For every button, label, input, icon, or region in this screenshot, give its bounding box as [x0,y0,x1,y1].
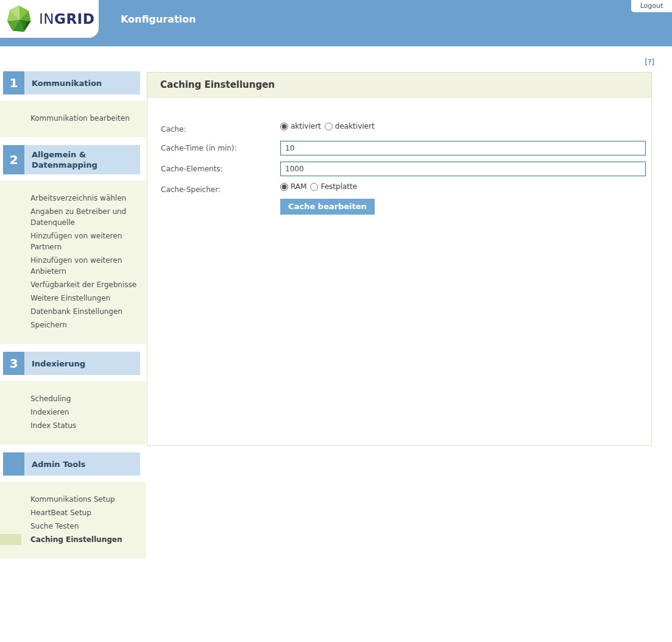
cache-deaktiviert-option[interactable]: deaktiviert [325,122,375,130]
submit-spacer [161,199,280,201]
cache-speicher-ram-radio[interactable] [280,183,288,191]
sidebar-section-kommunikation-header: 1 Kommunikation [0,71,146,95]
cache-aktiviert-label: aktiviert [291,122,321,130]
cache-elements-row: Cache-Elements: [161,162,651,176]
sidebar-item-scheduling[interactable]: Scheduling [0,393,146,404]
cache-elements-control [280,162,646,176]
sidebar-section-allgemein-header: 2 Allgemein & Datenmapping [0,145,146,174]
sidebar-item-index-status[interactable]: Index Status [0,420,146,431]
cache-aktiviert-option[interactable]: aktiviert [280,122,321,130]
page-title: Konfiguration [121,13,196,25]
submit-control: Cache bearbeiten [280,199,375,215]
cache-time-label: Cache-Time (in min): [161,141,280,154]
section-title: Indexierung [32,358,85,369]
logout-button[interactable]: Logout [631,0,672,12]
sidebar-item-arbeitsverzeichnis[interactable]: Arbeitsverzeichnis wählen [0,193,146,204]
panel-title: Caching Einstellungen [147,73,651,98]
section-number-badge: 2 [3,145,24,174]
sidebar-item-suche-testen[interactable]: Suche Testen [0,521,146,532]
sidebar-links-admin-tools: Kommunikations Setup HeartBeat Setup Suc… [0,482,146,558]
section-number-badge [3,452,24,476]
sidebar-item-weitere-partner[interactable]: Hinzufügen von weiteren Partnern [0,230,146,252]
brand-name: INGRID [39,11,94,27]
help-link[interactable]: [?] [645,58,654,66]
section-title: Admin Tools [32,459,85,469]
section-title-bar: Admin Tools [24,452,140,476]
sidebar-item-datenbank-einstellungen[interactable]: Datenbank Einstellungen [0,306,146,317]
cache-aktiviert-radio[interactable] [280,123,288,130]
sidebar-item-indexieren[interactable]: Indexieren [0,407,146,418]
sidebar-item-speichern[interactable]: Speichern [0,319,146,330]
brand-logo-box: INGRID [0,0,99,38]
sidebar-links-kommunikation: Kommunikation bearbeiten [0,101,146,137]
cache-speicher-festplatte-option[interactable]: Festplatte [310,182,357,191]
cache-speicher-row: Cache-Speicher: RAM Festplatte [161,182,651,195]
submit-row: Cache bearbeiten [161,199,651,215]
caching-form: Cache: aktiviert deaktiviert Cache-Time [147,98,651,445]
section-title-bar: Kommunikation [24,71,140,95]
section-number-badge: 1 [3,71,24,95]
section-number-badge: 3 [3,352,24,375]
sidebar-item-angaben-betreiber[interactable]: Angaben zu Betreiber und Datenquelle [0,206,146,228]
sidebar-item-verfuegbarkeit[interactable]: Verfügbarkeit der Ergebnisse [0,279,146,290]
sidebar-item-heartbeat-setup[interactable]: HeartBeat Setup [0,507,146,518]
cache-elements-label: Cache-Elements: [161,162,280,174]
sidebar: 1 Kommunikation Kommunikation bearbeiten… [0,46,146,558]
cache-speicher-festplatte-label: Festplatte [320,182,357,191]
cache-deaktiviert-label: deaktiviert [335,122,375,130]
sidebar-section-admin-tools-header: Admin Tools [0,452,146,476]
sidebar-item-weitere-einstellungen[interactable]: Weitere Einstellungen [0,293,146,304]
section-title: Allgemein & Datenmapping [32,149,135,170]
section-title-bar: Indexierung [24,352,140,375]
cache-speicher-radio-group: RAM Festplatte [280,182,361,191]
cache-time-control [280,141,646,155]
sidebar-item-caching-einstellungen[interactable]: Caching Einstellungen [0,534,146,545]
section-title-bar: Allgemein & Datenmapping [24,145,140,174]
cache-row: Cache: aktiviert deaktiviert [161,122,651,135]
cache-speicher-festplatte-radio[interactable] [310,183,318,191]
cache-radio-group: aktiviert deaktiviert [280,122,378,130]
cache-speicher-ram-option[interactable]: RAM [280,182,306,191]
cache-deaktiviert-radio[interactable] [325,123,333,130]
brand-name-regular: IN [39,11,54,27]
sidebar-item-weitere-anbieter[interactable]: Hinzufügen von weiteren Anbietern [0,255,146,277]
cache-bearbeiten-button[interactable]: Cache bearbeiten [280,199,375,215]
cache-time-row: Cache-Time (in min): [161,141,651,155]
page: INGRID Konfiguration Logout [?] 1 Kommun… [0,0,672,642]
cache-label: Cache: [161,122,280,135]
cache-speicher-ram-label: RAM [291,182,306,191]
section-title: Kommunikation [32,78,102,88]
ingrid-gem-icon [5,4,34,34]
header-bar: INGRID Konfiguration Logout [0,0,672,46]
cache-time-input[interactable] [280,141,646,155]
main-panel: Caching Einstellungen Cache: aktiviert d… [147,72,652,446]
sidebar-item-kommunikations-setup[interactable]: Kommunikations Setup [0,494,146,505]
sidebar-item-kommunikation-bearbeiten[interactable]: Kommunikation bearbeiten [0,113,146,124]
content-row: 1 Kommunikation Kommunikation bearbeiten… [0,46,672,558]
cache-speicher-label: Cache-Speicher: [161,182,280,195]
sidebar-section-indexierung-header: 3 Indexierung [0,352,146,375]
cache-elements-input[interactable] [280,162,646,176]
sidebar-links-indexierung: Scheduling Indexieren Index Status [0,381,146,444]
brand-name-bold: GRID [54,11,94,27]
sidebar-links-allgemein: Arbeitsverzeichnis wählen Angaben zu Bet… [0,180,146,344]
